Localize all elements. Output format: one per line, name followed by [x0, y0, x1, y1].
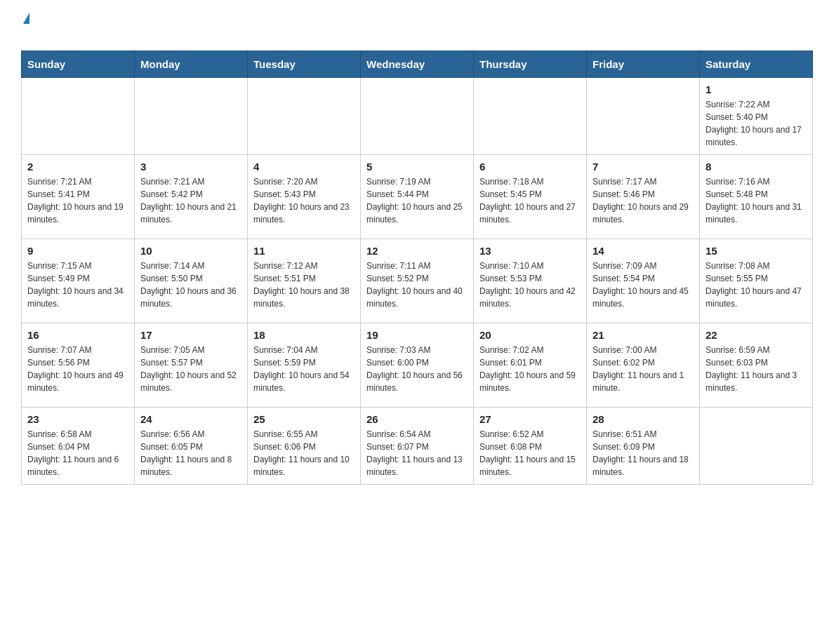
day-info: Sunrise: 6:55 AMSunset: 6:06 PMDaylight:…	[253, 428, 355, 478]
day-info: Sunrise: 7:21 AMSunset: 5:41 PMDaylight:…	[27, 175, 128, 226]
calendar-cell: 27Sunrise: 6:52 AMSunset: 6:08 PMDayligh…	[474, 408, 587, 485]
day-number: 18	[253, 329, 355, 341]
weekday-header-saturday: Saturday	[700, 51, 813, 78]
day-info: Sunrise: 6:52 AMSunset: 6:08 PMDaylight:…	[479, 428, 581, 478]
page-header	[21, 14, 813, 43]
calendar-cell: 23Sunrise: 6:58 AMSunset: 6:04 PMDayligh…	[22, 408, 135, 485]
day-number: 22	[706, 329, 807, 341]
calendar-cell: 24Sunrise: 6:56 AMSunset: 6:05 PMDayligh…	[135, 408, 248, 485]
calendar-cell: 4Sunrise: 7:20 AMSunset: 5:43 PMDaylight…	[248, 155, 361, 239]
calendar-cell	[474, 78, 587, 155]
calendar-week-row: 23Sunrise: 6:58 AMSunset: 6:04 PMDayligh…	[22, 408, 813, 485]
calendar-cell: 21Sunrise: 7:00 AMSunset: 6:02 PMDayligh…	[587, 323, 700, 408]
calendar-cell: 13Sunrise: 7:10 AMSunset: 5:53 PMDayligh…	[474, 239, 587, 323]
calendar-cell: 16Sunrise: 7:07 AMSunset: 5:56 PMDayligh…	[22, 323, 135, 408]
calendar-cell: 19Sunrise: 7:03 AMSunset: 6:00 PMDayligh…	[361, 323, 474, 408]
calendar-cell: 12Sunrise: 7:11 AMSunset: 5:52 PMDayligh…	[361, 239, 474, 323]
day-number: 11	[253, 245, 355, 257]
day-info: Sunrise: 6:51 AMSunset: 6:09 PMDaylight:…	[593, 428, 694, 478]
day-info: Sunrise: 7:02 AMSunset: 6:01 PMDaylight:…	[479, 344, 581, 394]
calendar-cell	[587, 78, 700, 155]
day-number: 12	[366, 245, 468, 257]
calendar-cell: 2Sunrise: 7:21 AMSunset: 5:41 PMDaylight…	[22, 155, 135, 239]
day-number: 4	[253, 161, 355, 173]
day-number: 16	[27, 329, 128, 341]
calendar-week-row: 2Sunrise: 7:21 AMSunset: 5:41 PMDaylight…	[22, 155, 813, 239]
day-number: 24	[140, 413, 241, 425]
day-number: 6	[479, 161, 581, 173]
calendar-week-row: 1Sunrise: 7:22 AMSunset: 5:40 PMDaylight…	[22, 78, 813, 155]
calendar-cell: 22Sunrise: 6:59 AMSunset: 6:03 PMDayligh…	[700, 323, 813, 408]
day-info: Sunrise: 7:21 AMSunset: 5:42 PMDaylight:…	[140, 175, 241, 226]
calendar-cell: 6Sunrise: 7:18 AMSunset: 5:45 PMDaylight…	[474, 155, 587, 239]
day-number: 23	[27, 413, 128, 425]
day-info: Sunrise: 7:03 AMSunset: 6:00 PMDaylight:…	[366, 344, 468, 394]
day-number: 26	[366, 413, 468, 425]
day-number: 28	[593, 413, 694, 425]
day-info: Sunrise: 7:10 AMSunset: 5:53 PMDaylight:…	[479, 260, 581, 310]
day-number: 8	[706, 161, 807, 173]
calendar-cell: 25Sunrise: 6:55 AMSunset: 6:06 PMDayligh…	[248, 408, 361, 485]
calendar-cell: 1Sunrise: 7:22 AMSunset: 5:40 PMDaylight…	[700, 78, 813, 155]
calendar-cell	[135, 78, 248, 155]
day-number: 3	[140, 161, 241, 173]
calendar-cell: 20Sunrise: 7:02 AMSunset: 6:01 PMDayligh…	[474, 323, 587, 408]
calendar-cell: 3Sunrise: 7:21 AMSunset: 5:42 PMDaylight…	[135, 155, 248, 239]
day-info: Sunrise: 7:20 AMSunset: 5:43 PMDaylight:…	[253, 175, 355, 226]
day-info: Sunrise: 6:58 AMSunset: 6:04 PMDaylight:…	[27, 428, 128, 478]
day-number: 25	[253, 413, 355, 425]
calendar-week-row: 16Sunrise: 7:07 AMSunset: 5:56 PMDayligh…	[22, 323, 813, 408]
day-number: 17	[140, 329, 241, 341]
calendar-cell: 17Sunrise: 7:05 AMSunset: 5:57 PMDayligh…	[135, 323, 248, 408]
day-number: 7	[593, 161, 694, 173]
calendar-cell: 14Sunrise: 7:09 AMSunset: 5:54 PMDayligh…	[587, 239, 700, 323]
day-number: 27	[479, 413, 581, 425]
day-info: Sunrise: 7:05 AMSunset: 5:57 PMDaylight:…	[140, 344, 241, 394]
day-info: Sunrise: 6:56 AMSunset: 6:05 PMDaylight:…	[140, 428, 241, 478]
day-info: Sunrise: 6:54 AMSunset: 6:07 PMDaylight:…	[366, 428, 468, 478]
calendar-table: SundayMondayTuesdayWednesdayThursdayFrid…	[21, 51, 813, 485]
weekday-header-thursday: Thursday	[474, 51, 587, 78]
day-info: Sunrise: 6:59 AMSunset: 6:03 PMDaylight:…	[706, 344, 807, 394]
day-number: 21	[593, 329, 694, 341]
day-info: Sunrise: 7:12 AMSunset: 5:51 PMDaylight:…	[253, 260, 355, 310]
day-info: Sunrise: 7:09 AMSunset: 5:54 PMDaylight:…	[593, 260, 694, 310]
day-number: 13	[479, 245, 581, 257]
day-number: 15	[706, 245, 807, 257]
day-number: 20	[479, 329, 581, 341]
weekday-header-wednesday: Wednesday	[361, 51, 474, 78]
day-number: 5	[366, 161, 468, 173]
day-info: Sunrise: 7:07 AMSunset: 5:56 PMDaylight:…	[27, 344, 128, 394]
weekday-header-friday: Friday	[587, 51, 700, 78]
day-number: 9	[27, 245, 128, 257]
weekday-header-sunday: Sunday	[22, 51, 135, 78]
calendar-cell: 7Sunrise: 7:17 AMSunset: 5:46 PMDaylight…	[587, 155, 700, 239]
weekday-header-row: SundayMondayTuesdayWednesdayThursdayFrid…	[22, 51, 813, 78]
day-info: Sunrise: 7:16 AMSunset: 5:48 PMDaylight:…	[706, 175, 807, 226]
calendar-cell: 10Sunrise: 7:14 AMSunset: 5:50 PMDayligh…	[135, 239, 248, 323]
day-info: Sunrise: 7:22 AMSunset: 5:40 PMDaylight:…	[706, 98, 807, 149]
day-number: 1	[706, 83, 807, 95]
day-info: Sunrise: 7:08 AMSunset: 5:55 PMDaylight:…	[706, 260, 807, 310]
calendar-cell: 15Sunrise: 7:08 AMSunset: 5:55 PMDayligh…	[700, 239, 813, 323]
day-info: Sunrise: 7:17 AMSunset: 5:46 PMDaylight:…	[593, 175, 694, 226]
calendar-cell: 18Sunrise: 7:04 AMSunset: 5:59 PMDayligh…	[248, 323, 361, 408]
calendar-header: SundayMondayTuesdayWednesdayThursdayFrid…	[22, 51, 813, 78]
day-info: Sunrise: 7:19 AMSunset: 5:44 PMDaylight:…	[366, 175, 468, 226]
weekday-header-monday: Monday	[135, 51, 248, 78]
day-info: Sunrise: 7:18 AMSunset: 5:45 PMDaylight:…	[479, 175, 581, 226]
day-number: 10	[140, 245, 241, 257]
day-info: Sunrise: 7:15 AMSunset: 5:49 PMDaylight:…	[27, 260, 128, 310]
calendar-cell: 9Sunrise: 7:15 AMSunset: 5:49 PMDaylight…	[22, 239, 135, 323]
day-info: Sunrise: 7:04 AMSunset: 5:59 PMDaylight:…	[253, 344, 355, 394]
calendar-cell	[361, 78, 474, 155]
calendar-body: 1Sunrise: 7:22 AMSunset: 5:40 PMDaylight…	[22, 78, 813, 485]
day-number: 2	[27, 161, 128, 173]
logo-triangle-icon	[23, 13, 29, 24]
calendar-cell: 11Sunrise: 7:12 AMSunset: 5:51 PMDayligh…	[248, 239, 361, 323]
calendar-week-row: 9Sunrise: 7:15 AMSunset: 5:49 PMDaylight…	[22, 239, 813, 323]
calendar-cell: 28Sunrise: 6:51 AMSunset: 6:09 PMDayligh…	[587, 408, 700, 485]
day-number: 19	[366, 329, 468, 341]
day-info: Sunrise: 7:00 AMSunset: 6:02 PMDaylight:…	[593, 344, 694, 394]
day-info: Sunrise: 7:11 AMSunset: 5:52 PMDaylight:…	[366, 260, 468, 310]
